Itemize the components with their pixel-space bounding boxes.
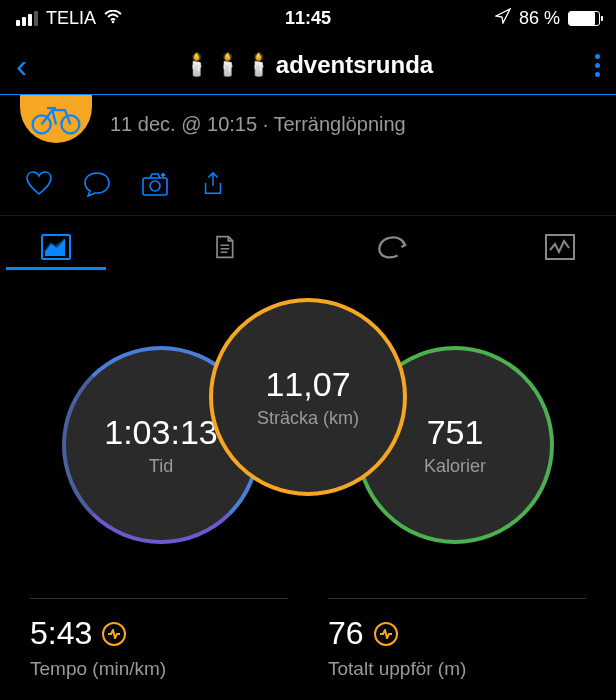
candle-icon: 🕯️ [245,52,272,78]
tabs [0,215,616,268]
circle-distance[interactable]: 11,07 Sträcka (km) [209,298,407,496]
battery-pct: 86 % [519,8,560,29]
status-right: 86 % [495,8,600,29]
activity-header: 11 dec. @ 10:15 · Terränglöpning [0,95,616,163]
location-icon [495,8,511,29]
calories-value: 751 [427,413,484,452]
ascent-value: 76 [328,615,364,652]
avatar[interactable] [20,95,92,143]
title-text: adventsrunda [276,51,433,79]
status-left: TELIA [16,8,122,29]
tab-stats[interactable] [36,226,76,268]
pace-value: 5:43 [30,615,92,652]
nav-header: ‹ 🕯️ 🕯️ 🕯️ adventsrunda [0,36,616,94]
svg-point-0 [112,20,115,23]
comment-button[interactable] [82,171,112,197]
svg-rect-6 [546,235,574,259]
stat-ascent[interactable]: 76 Totalt uppför (m) [328,598,586,680]
tab-details[interactable] [204,226,244,268]
candle-icon: 🕯️ [183,52,210,78]
stats-circles: 1:03:13 Tid 751 Kalorier 11,07 Sträcka (… [0,298,616,578]
svg-point-4 [150,181,160,191]
pace-label: Tempo (min/km) [30,658,288,680]
back-button[interactable]: ‹ [16,48,27,82]
camera-button[interactable] [140,171,170,197]
pulse-icon [374,622,398,646]
carrier-name: TELIA [46,8,96,29]
share-button[interactable] [198,171,228,197]
bike-icon [29,101,83,137]
activity-meta: 11 dec. @ 10:15 · Terränglöpning [110,113,406,136]
wifi-icon [104,8,122,29]
bottom-stats: 5:43 Tempo (min/km) 76 Totalt uppför (m) [0,598,616,680]
more-menu-button[interactable] [595,54,600,77]
status-bar: TELIA 11:45 86 % [0,0,616,36]
clock: 11:45 [285,8,331,29]
battery-icon [568,11,600,26]
tab-chart[interactable] [540,226,580,268]
distance-label: Sträcka (km) [257,408,359,429]
stat-pace[interactable]: 5:43 Tempo (min/km) [30,598,288,680]
tab-laps[interactable] [372,226,412,268]
action-row [0,163,616,215]
candle-icon: 🕯️ [214,52,241,78]
page-title: 🕯️ 🕯️ 🕯️ adventsrunda [183,51,433,79]
like-button[interactable] [24,171,54,197]
signal-icon [16,11,38,26]
time-label: Tid [149,456,173,477]
distance-value: 11,07 [265,365,350,404]
pulse-icon [102,622,126,646]
time-value: 1:03:13 [104,413,217,452]
calories-label: Kalorier [424,456,486,477]
ascent-label: Totalt uppför (m) [328,658,586,680]
